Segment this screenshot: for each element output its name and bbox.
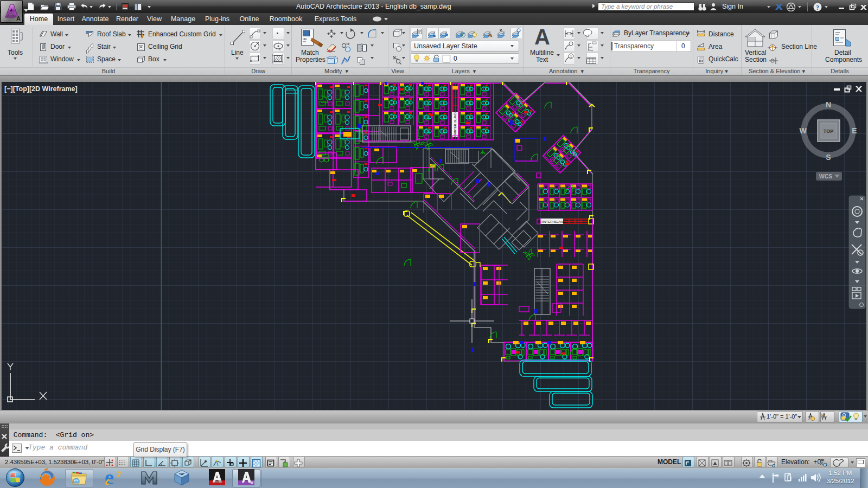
svg-text:N: N [826,100,831,109]
svg-text:W: W [799,126,807,135]
svg-text:PRINTER ISLAND: PRINTER ISLAND [454,112,457,137]
svg-text:1: 1 [570,55,572,59]
svg-text:[−][Top][2D Wireframe]: [−][Top][2D Wireframe] [4,85,78,93]
svg-text:?: ? [816,4,819,11]
svg-text:S: S [826,153,831,162]
svg-text:E: E [852,126,857,135]
svg-text:WCS: WCS [819,173,833,179]
svg-text:TOP: TOP [824,129,833,134]
svg-text:PRINTER ISLAND: PRINTER ISLAND [538,220,565,223]
